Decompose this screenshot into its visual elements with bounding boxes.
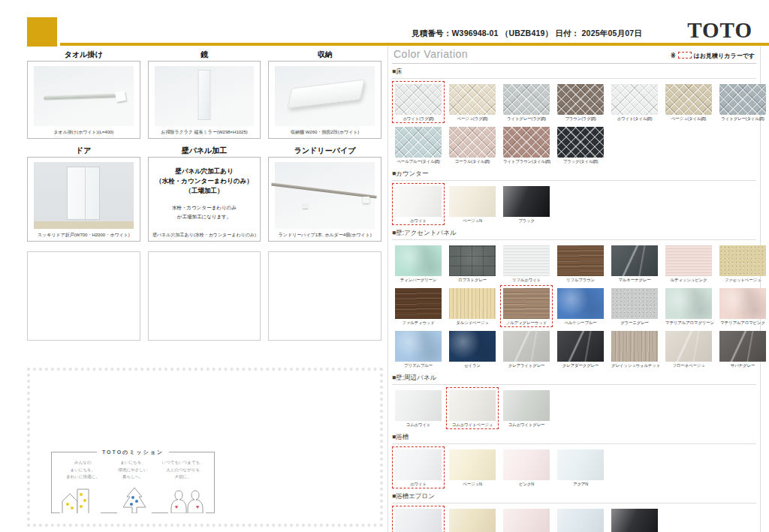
swatch-chip [665,331,712,362]
swatch-chip [449,186,496,217]
swatch-label: マテリアルアロマピンク [719,320,766,326]
swatch-row: ペールブルー(タイル調)コーラル(タイル調)ライトブラウン(タイル調)ブラック(… [392,124,756,166]
color-swatch[interactable]: マテリアルアロマグリーン [662,285,715,327]
gold-divider-line [60,43,769,46]
color-swatch[interactable]: マテリアルアロマピンク [716,285,769,327]
swatch-label: ノルディグレーウッド [503,320,550,326]
color-swatch[interactable]: コムホワイト [392,387,445,429]
color-swatch[interactable]: アクアN [554,506,607,532]
color-swatch[interactable]: ベージュ(ラグ調) [446,81,499,123]
swatch-row: ティンバーグリーンロブストグレーリフルホワイトリフルブラウンマルキーナグレールテ… [392,242,756,284]
color-swatch[interactable]: ブラウン(ラグ調) [554,81,607,123]
pipe-holder-shape [363,197,369,203]
color-swatch[interactable]: ブラック [500,183,553,225]
color-swatch[interactable]: マルキーナグレー [608,242,661,284]
people-icon: ♥♥ [168,486,206,513]
color-swatch[interactable]: ブラック(タイル調) [554,124,607,166]
color-swatch[interactable]: ロブストグレー [446,242,499,284]
swatch-chip [611,84,658,115]
door-floor-shape [34,221,134,229]
color-swatch[interactable]: プリズムブルー [392,328,445,370]
product-cell-mirror: 鏡お掃除ラクラク 縦長ミラー(W298×H1025) [148,50,261,139]
swatch-chip [395,331,442,362]
color-swatch[interactable]: コムホワイトグレー [500,387,553,429]
color-swatch[interactable]: ホワイト(タイル調) [608,81,661,123]
swatch-row: コムホワイトコムホワイトベージュコムホワイトグレー [392,387,756,429]
color-swatch[interactable]: タルシドベージュ [446,285,499,327]
color-variation-panel: Color Variation ※はお見積りカラーです ■床ホワイト(ラグ調)ベ… [388,47,761,532]
color-swatch[interactable]: アクアN [554,446,607,488]
color-swatch[interactable]: セイラン [446,328,499,370]
color-swatch[interactable]: ペルケシーブルー [554,285,607,327]
quote-number-line: 見積番号：W396948-01 （UBZB419） 日付： 2025年05月07… [412,29,642,39]
color-variation-title: Color Variation [394,48,468,60]
color-swatch[interactable]: ノルディグレーウッド [500,285,553,327]
brand-gold-square [27,17,57,47]
color-swatch[interactable]: ベージュN [446,183,499,225]
color-swatch[interactable]: グラーニグレー [608,285,661,327]
product-cell-towel: タオル掛けタオル掛け(ホワイト)(L=400) [27,50,140,139]
swatch-label: アクアN [557,482,604,487]
color-swatch[interactable]: ピンクN [500,446,553,488]
color-swatch[interactable]: クレアライトグレー [500,328,553,370]
product-box: スッキリドア折戸(W700・H2000・ホワイト) [27,157,140,242]
swatch-label: ペールブルー(タイル調) [395,159,442,164]
color-swatch[interactable]: ホワイト [392,446,445,488]
color-swatch[interactable]: ライトグレー(タイル調) [716,81,769,123]
color-swatch[interactable]: ホワイト [392,183,445,225]
swatch-label: ペルケシーブルー [557,320,604,326]
color-swatch[interactable]: ルティッシュピンク [662,242,715,284]
color-swatch[interactable]: ベージュ(タイル調) [662,81,715,123]
color-swatch[interactable]: コムホワイトベージュ [446,387,499,429]
swatch-chip [665,84,712,115]
color-swatch[interactable]: コーラル(タイル調) [446,124,499,166]
color-swatch[interactable]: リフルホワイト [500,242,553,284]
color-swatch[interactable]: ホワイト(ラグ調) [392,81,445,123]
section-rule [392,239,756,240]
color-swatch[interactable]: ファセットベージュ [716,242,769,284]
svg-text:♥: ♥ [175,504,178,509]
swatch-row: プリズムブルーセイランクレアライトグレークレアダークグレーグレイッシュウォルナッ… [392,328,756,370]
color-swatch[interactable]: フローネベージュ [662,328,715,370]
towel-bar-shape [44,93,117,99]
swatch-label: ブラウン(ラグ調) [557,116,604,122]
swatch-row: ホワイトベージュNブラック [392,183,756,225]
note-text: はお見積りカラーです [694,53,755,59]
color-swatch[interactable]: ファルティウッド [392,285,445,327]
color-swatch[interactable]: グレイッシュウォルナット [608,328,661,370]
color-swatch[interactable]: ティンバーグリーン [392,242,445,284]
swatch-chip [449,84,496,115]
swatch-chip [719,84,766,115]
color-swatch[interactable]: ベージュ [446,506,499,532]
color-variation-header: Color Variation ※はお見積りカラーです [392,47,756,64]
svg-text:♥: ♥ [196,504,199,509]
door-image [34,162,134,229]
swatch-label: フローネベージュ [665,363,712,368]
swatch-chip [503,127,550,158]
color-swatch[interactable]: ブラック [608,506,661,532]
product-title: ランドリーパイプ [268,146,381,157]
swatch-chip [395,390,442,421]
color-swatch[interactable]: ピンクN [500,506,553,532]
color-swatch[interactable]: サバナグレー [716,328,769,370]
swatch-chip [503,245,550,276]
swatch-chip [449,288,496,319]
color-swatch[interactable]: ホワイト [392,506,445,532]
swatch-chip [611,245,658,276]
product-box: 壁パネル穴加工あり（水栓・カウンターまわりのみ）（工場加工）水栓・カウンターまわ… [148,157,261,242]
mission-text-column: いつでもいつまでも、人とのつながりを大切に。 [158,459,208,481]
empty-spec-row [27,251,381,341]
product-cell-text: 壁パネル加工壁パネル穴加工あり（水栓・カウンターまわりのみ）（工場加工）水栓・カ… [148,146,261,242]
color-swatch[interactable]: ライトブラウン(タイル調) [500,124,553,166]
color-swatch[interactable]: ライトグレー(ラグ調) [500,81,553,123]
empty-spec-box [148,251,261,341]
color-swatch[interactable]: ベージュN [446,446,499,488]
color-swatch[interactable]: クレアダークグレー [554,328,607,370]
swatch-label: コーラル(タイル調) [449,159,496,164]
color-swatch[interactable]: リフルブラウン [554,242,607,284]
product-cell-shelf: 収納収納棚 W260・側面2段(ホワイト) [268,50,381,139]
color-swatch[interactable]: ペールブルー(タイル調) [392,124,445,166]
swatch-label: ライトグレー(タイル調) [719,116,766,122]
mirror-image [155,66,255,126]
panel-note-main-line: （工場加工） [152,186,258,196]
